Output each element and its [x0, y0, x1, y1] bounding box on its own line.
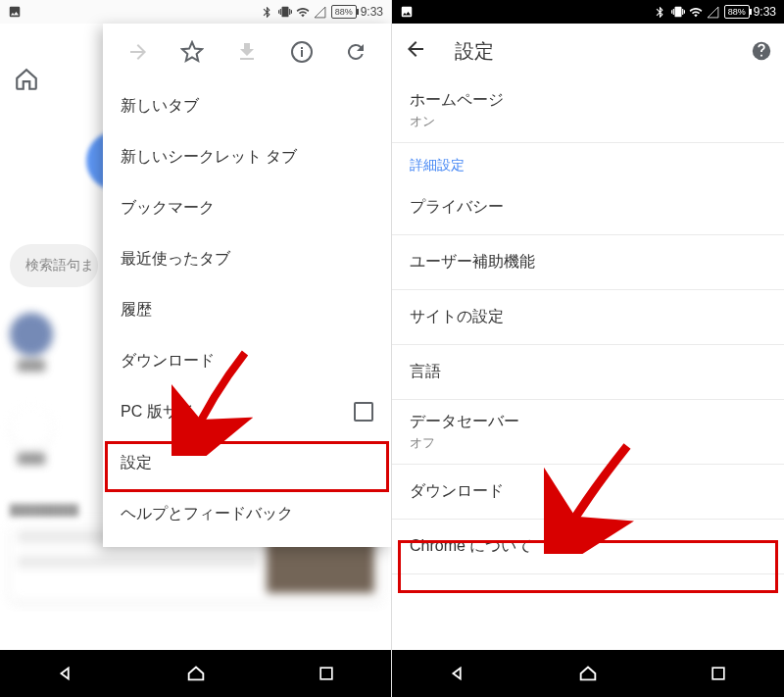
menu-item-help[interactable]: ヘルプとフィードバック	[103, 488, 391, 539]
menu-icon-row	[103, 24, 391, 80]
screen-chrome-menu: 88% 9:33 検索語句ま ████ ████ █████████	[0, 0, 392, 697]
item-value: オン	[410, 113, 766, 130]
item-value: オフ	[410, 434, 766, 452]
item-label: 言語	[410, 362, 766, 382]
svg-rect-3	[712, 668, 724, 679]
back-icon[interactable]	[404, 37, 427, 66]
battery-indicator: 88%	[331, 5, 357, 19]
forward-icon	[120, 33, 157, 71]
menu-label: ダウンロード	[121, 351, 215, 372]
item-data-saver[interactable]: データセーバー オフ	[392, 400, 784, 465]
nav-back-icon[interactable]	[54, 662, 77, 685]
chrome-menu-panel: 新しいタブ 新しいシークレット タブ ブックマーク 最近使ったタブ 履歴 ダウン…	[103, 24, 391, 547]
menu-label: 新しいタブ	[121, 96, 199, 117]
menu-label: PC 版サイ	[121, 402, 194, 423]
image-icon	[8, 5, 22, 19]
settings-header: 設定	[392, 24, 784, 78]
wifi-icon	[296, 5, 310, 19]
settings-list: ホームページ オン 詳細設定 プライバシー ユーザー補助機能 サイトの設定 言語…	[392, 78, 784, 650]
nav-recent-icon[interactable]	[707, 662, 730, 685]
star-icon[interactable]	[173, 33, 211, 71]
bluetooth-icon	[654, 5, 667, 19]
menu-item-settings[interactable]: 設定	[103, 437, 391, 488]
info-icon[interactable]	[283, 33, 320, 71]
signal-icon	[314, 5, 327, 19]
item-label: データセーバー	[410, 412, 766, 432]
item-label: ユーザー補助機能	[410, 252, 766, 273]
item-homepage[interactable]: ホームページ オン	[392, 78, 784, 143]
download-icon	[228, 33, 266, 71]
clock: 9:33	[754, 5, 776, 19]
menu-label: 設定	[121, 453, 152, 473]
vibrate-icon	[671, 5, 685, 19]
menu-item-bookmarks[interactable]: ブックマーク	[103, 182, 391, 233]
item-accessibility[interactable]: ユーザー補助機能	[392, 235, 784, 290]
vibrate-icon	[278, 5, 292, 19]
nav-home-icon[interactable]	[576, 662, 600, 685]
item-about-chrome[interactable]: Chrome について	[392, 520, 784, 574]
menu-label: 履歴	[121, 300, 152, 321]
home-icon[interactable]	[14, 67, 39, 92]
screen-settings: 88% 9:33 設定 ホームページ オン 詳細設定 プライバシー ユーザー補助…	[392, 0, 784, 697]
item-label: Chrome について	[410, 536, 766, 557]
menu-label: 最近使ったタブ	[121, 249, 230, 270]
status-bar: 88% 9:33	[392, 0, 784, 24]
refresh-icon[interactable]	[337, 33, 374, 71]
section-advanced: 詳細設定	[392, 143, 784, 180]
item-label: サイトの設定	[410, 307, 766, 327]
menu-item-incognito[interactable]: 新しいシークレット タブ	[103, 131, 391, 182]
nav-recent-icon[interactable]	[315, 662, 338, 685]
battery-indicator: 88%	[724, 5, 750, 19]
nav-back-icon[interactable]	[446, 662, 469, 685]
menu-label: ヘルプとフィードバック	[121, 504, 293, 524]
menu-label: 新しいシークレット タブ	[121, 147, 297, 168]
item-download[interactable]: ダウンロード	[392, 465, 784, 520]
status-bar: 88% 9:33	[0, 0, 391, 24]
svg-rect-1	[320, 668, 332, 679]
search-input[interactable]: 検索語句ま	[10, 244, 98, 287]
menu-label: ブックマーク	[121, 198, 215, 219]
bluetooth-icon	[261, 5, 274, 19]
menu-item-download[interactable]: ダウンロード	[103, 335, 391, 386]
menu-item-desktop-site[interactable]: PC 版サイ	[103, 386, 391, 437]
page-title: 設定	[455, 38, 494, 65]
wifi-icon	[689, 5, 703, 19]
clock: 9:33	[361, 5, 383, 19]
checkbox-icon[interactable]	[354, 402, 373, 422]
item-language[interactable]: 言語	[392, 345, 784, 400]
item-privacy[interactable]: プライバシー	[392, 180, 784, 235]
help-icon[interactable]	[751, 40, 772, 62]
menu-item-history[interactable]: 履歴	[103, 284, 391, 335]
item-label: ホームページ	[410, 90, 766, 111]
nav-bar	[392, 650, 784, 697]
menu-item-recent-tabs[interactable]: 最近使ったタブ	[103, 233, 391, 284]
item-label: プライバシー	[410, 197, 766, 218]
menu-item-new-tab[interactable]: 新しいタブ	[103, 80, 391, 131]
nav-bar	[0, 650, 391, 697]
item-label: ダウンロード	[410, 481, 766, 502]
signal-icon	[707, 5, 720, 19]
image-icon	[400, 5, 414, 19]
item-site-settings[interactable]: サイトの設定	[392, 290, 784, 345]
nav-home-icon[interactable]	[184, 662, 208, 685]
